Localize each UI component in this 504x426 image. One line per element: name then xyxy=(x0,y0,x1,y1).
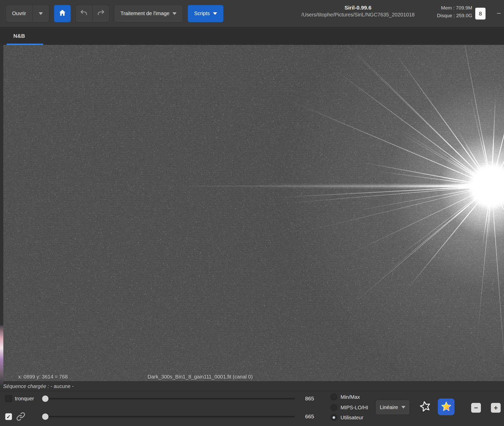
scripts-menu-button[interactable]: Scripts xyxy=(188,5,223,22)
hi-slider-track[interactable] xyxy=(42,398,295,399)
radio-minmax-button[interactable] xyxy=(331,394,337,400)
redo-button[interactable] xyxy=(92,5,109,22)
radio-user-button[interactable] xyxy=(331,414,337,421)
photometry-button[interactable] xyxy=(438,399,454,415)
truncate-checkbox[interactable] xyxy=(5,395,12,402)
sequence-value: - aucune - xyxy=(51,383,74,389)
memory-info: Mem : 709.9M xyxy=(437,4,472,12)
system-info: Mem : 709.9M Disque : 259.0G xyxy=(437,4,472,20)
chain-link-icon[interactable] xyxy=(15,411,26,422)
open-button-label: Ouvrir xyxy=(12,11,26,16)
home-button[interactable] xyxy=(54,5,71,22)
sequence-label: Séquence chargée : xyxy=(3,383,49,389)
undo-redo-group xyxy=(75,5,109,22)
open-button[interactable]: Ouvrir xyxy=(6,5,32,22)
star-outline-icon xyxy=(419,400,431,413)
zoom-out-button[interactable]: − xyxy=(471,403,481,413)
hi-cutoff-slider[interactable] xyxy=(42,395,295,402)
image-processing-menu-button[interactable]: Traitement de l'image xyxy=(114,5,183,22)
radio-mips[interactable]: MIPS-LO/HI xyxy=(331,404,368,411)
status-bar: Séquence chargée : - aucune - xyxy=(0,381,504,391)
chevron-down-icon xyxy=(213,12,217,15)
image-canvas[interactable] xyxy=(3,45,504,381)
lo-cutoff-slider[interactable] xyxy=(42,413,295,420)
radio-minmax-label: Min/Max xyxy=(341,394,360,400)
home-icon xyxy=(58,9,66,18)
image-processing-label: Traitement de l'image xyxy=(120,11,169,16)
color-star-icon xyxy=(441,401,452,413)
chevron-down-icon xyxy=(401,406,405,409)
lo-cutoff-value: 665 xyxy=(298,413,314,420)
tab-bw[interactable]: N&B xyxy=(13,33,25,39)
minus-icon: − xyxy=(474,404,478,412)
zoom-in-button[interactable]: + xyxy=(491,403,501,413)
star-detection-button[interactable] xyxy=(418,399,433,414)
redo-icon xyxy=(97,9,105,18)
cursor-coordinates: x: 0899 y: 3614 = 768 xyxy=(18,374,68,380)
disk-info: Disque : 259.0G xyxy=(437,12,472,20)
working-directory: /Users/titophe/Pictures/SiriL/NGC7635_20… xyxy=(280,12,436,18)
hi-cutoff-value: 865 xyxy=(298,395,314,402)
thread-count-value: 8 xyxy=(479,11,482,17)
undo-icon xyxy=(80,9,88,18)
plus-icon: + xyxy=(494,404,498,412)
lo-slider-handle[interactable] xyxy=(42,413,49,420)
lo-slider-track[interactable] xyxy=(42,416,295,417)
desktop-edge-sliver xyxy=(0,325,3,385)
undo-button[interactable] xyxy=(75,5,92,22)
image-viewer: x: 0899 y: 3614 = 768 Dark_300s_Bin1_8_g… xyxy=(3,45,504,381)
truncate-label: tronquer xyxy=(15,396,34,402)
radio-minmax[interactable]: Min/Max xyxy=(331,394,360,400)
thread-count-spinner[interactable]: 8 xyxy=(475,8,486,20)
scripts-label: Scripts xyxy=(194,11,210,16)
main-toolbar: Ouvrir Traitem xyxy=(0,0,504,27)
link-channels-checkbox[interactable] xyxy=(5,413,12,420)
open-button-group: Ouvrir xyxy=(6,5,49,22)
spinner-decrement-button[interactable]: − xyxy=(494,7,503,20)
display-controls-panel: tronquer 865 665 Min/Max MIPS-LO/HI Util… xyxy=(0,391,504,426)
hi-slider-handle[interactable] xyxy=(42,395,49,402)
radio-mips-label: MIPS-LO/HI xyxy=(341,405,368,411)
radio-user-label: Utilisateur xyxy=(341,415,363,421)
open-recent-button[interactable] xyxy=(32,5,49,22)
loaded-filename: Dark_300s_Bin1_8_gain111_0001.fit (canal… xyxy=(148,374,253,380)
chevron-down-icon xyxy=(172,12,177,15)
window-title-block: Siril-0.99.6 /Users/titophe/Pictures/Sir… xyxy=(280,4,436,18)
viewer-tabbar: N&B xyxy=(0,27,504,45)
scale-mode-dropdown[interactable]: Linéaire xyxy=(375,400,410,415)
app-title: Siril-0.99.6 xyxy=(280,4,436,12)
minus-icon: − xyxy=(497,9,501,18)
scale-mode-value: Linéaire xyxy=(380,404,398,410)
radio-mips-button[interactable] xyxy=(331,404,337,411)
chevron-down-icon xyxy=(39,12,43,15)
radio-user[interactable]: Utilisateur xyxy=(331,414,363,421)
